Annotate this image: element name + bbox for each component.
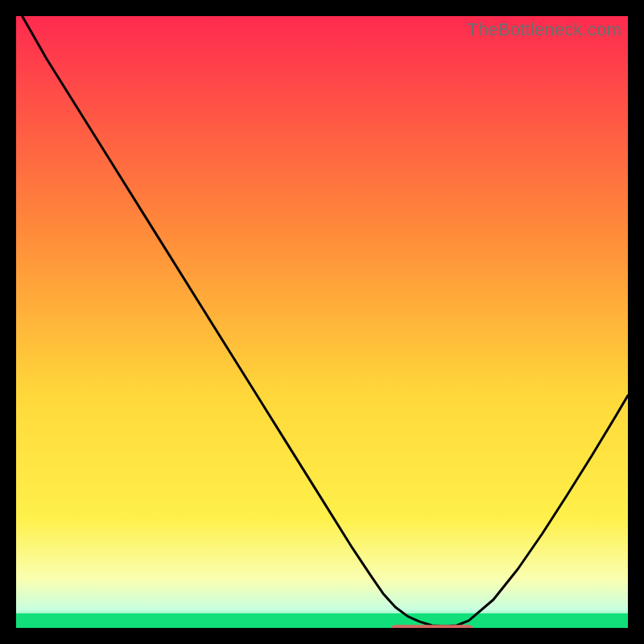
watermark-text: TheBottleneck.com	[467, 19, 621, 40]
gradient-background	[16, 16, 628, 628]
chart-frame: TheBottleneck.com	[16, 16, 628, 628]
chart-svg	[16, 16, 628, 628]
green-baseline-band	[16, 613, 628, 628]
